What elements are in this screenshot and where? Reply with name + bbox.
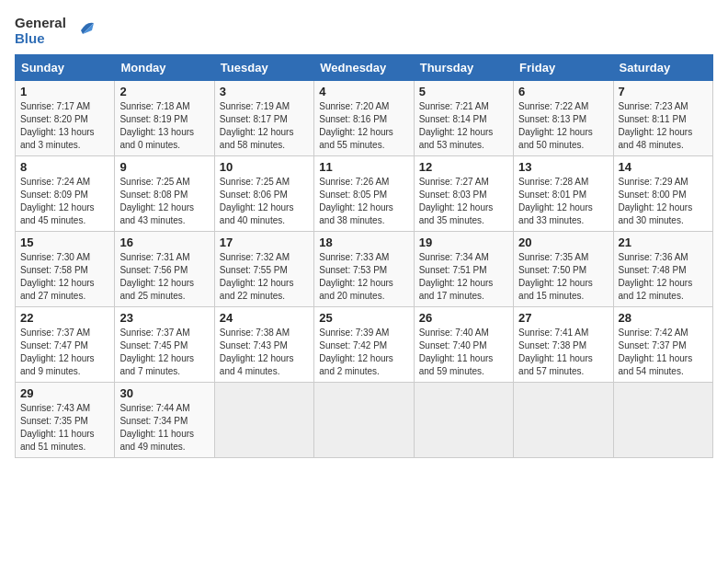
logo-general: General <box>15 15 66 30</box>
calendar-cell: 30Sunrise: 7:44 AMSunset: 7:34 PMDayligh… <box>115 382 214 457</box>
calendar-cell: 26Sunrise: 7:40 AMSunset: 7:40 PMDayligh… <box>414 306 513 382</box>
day-number: 13 <box>518 160 608 174</box>
day-detail: Sunrise: 7:29 AMSunset: 8:00 PMDaylight:… <box>619 176 708 227</box>
day-number: 27 <box>518 311 608 325</box>
calendar-cell: 19Sunrise: 7:34 AMSunset: 7:51 PMDayligh… <box>414 231 513 306</box>
col-header-tuesday: Tuesday <box>214 54 313 80</box>
day-detail: Sunrise: 7:26 AMSunset: 8:05 PMDaylight:… <box>319 176 408 227</box>
day-detail: Sunrise: 7:23 AMSunset: 8:11 PMDaylight:… <box>619 100 708 152</box>
day-number: 16 <box>119 236 209 249</box>
calendar-cell: 27Sunrise: 7:41 AMSunset: 7:38 PMDayligh… <box>514 306 613 382</box>
day-detail: Sunrise: 7:35 AMSunset: 7:50 PMDaylight:… <box>518 251 608 303</box>
day-number: 8 <box>20 160 109 174</box>
day-detail: Sunrise: 7:20 AMSunset: 8:16 PMDaylight:… <box>319 100 408 152</box>
calendar-cell <box>414 382 513 457</box>
day-detail: Sunrise: 7:27 AMSunset: 8:03 PMDaylight:… <box>419 176 508 227</box>
calendar-cell <box>613 382 712 457</box>
day-detail: Sunrise: 7:34 AMSunset: 7:51 PMDaylight:… <box>419 251 508 303</box>
day-detail: Sunrise: 7:40 AMSunset: 7:40 PMDaylight:… <box>419 327 508 378</box>
day-detail: Sunrise: 7:30 AMSunset: 7:58 PMDaylight:… <box>20 251 109 303</box>
day-number: 15 <box>20 236 109 249</box>
day-detail: Sunrise: 7:25 AMSunset: 8:08 PMDaylight:… <box>119 176 209 227</box>
day-detail: Sunrise: 7:42 AMSunset: 7:37 PMDaylight:… <box>619 327 708 378</box>
day-number: 7 <box>619 85 708 98</box>
day-number: 18 <box>319 236 408 249</box>
calendar-cell: 3Sunrise: 7:19 AMSunset: 8:17 PMDaylight… <box>214 80 313 155</box>
day-number: 20 <box>518 236 608 249</box>
day-detail: Sunrise: 7:32 AMSunset: 7:55 PMDaylight:… <box>220 251 309 303</box>
calendar-cell: 28Sunrise: 7:42 AMSunset: 7:37 PMDayligh… <box>613 306 712 382</box>
day-detail: Sunrise: 7:37 AMSunset: 7:47 PMDaylight:… <box>20 327 109 378</box>
day-number: 6 <box>518 85 608 98</box>
day-detail: Sunrise: 7:28 AMSunset: 8:01 PMDaylight:… <box>518 176 608 227</box>
col-header-saturday: Saturday <box>613 54 712 80</box>
calendar-cell: 11Sunrise: 7:26 AMSunset: 8:05 PMDayligh… <box>314 155 414 231</box>
calendar-cell: 9Sunrise: 7:25 AMSunset: 8:08 PMDaylight… <box>115 155 214 231</box>
calendar-cell: 15Sunrise: 7:30 AMSunset: 7:58 PMDayligh… <box>16 231 115 306</box>
day-number: 1 <box>20 85 109 98</box>
day-detail: Sunrise: 7:25 AMSunset: 8:06 PMDaylight:… <box>220 176 309 227</box>
day-number: 25 <box>319 311 408 325</box>
day-number: 26 <box>419 311 508 325</box>
calendar-cell: 23Sunrise: 7:37 AMSunset: 7:45 PMDayligh… <box>115 306 214 382</box>
day-detail: Sunrise: 7:24 AMSunset: 8:09 PMDaylight:… <box>20 176 109 227</box>
calendar-cell: 4Sunrise: 7:20 AMSunset: 8:16 PMDaylight… <box>314 80 414 155</box>
header: General Blue <box>15 15 713 47</box>
day-detail: Sunrise: 7:38 AMSunset: 7:43 PMDaylight:… <box>220 327 309 378</box>
day-number: 2 <box>119 85 209 98</box>
day-number: 4 <box>319 85 408 98</box>
calendar-cell: 17Sunrise: 7:32 AMSunset: 7:55 PMDayligh… <box>214 231 313 306</box>
day-detail: Sunrise: 7:18 AMSunset: 8:19 PMDaylight:… <box>119 100 209 152</box>
day-detail: Sunrise: 7:37 AMSunset: 7:45 PMDaylight:… <box>119 327 209 378</box>
col-header-thursday: Thursday <box>414 54 513 80</box>
calendar-cell: 16Sunrise: 7:31 AMSunset: 7:56 PMDayligh… <box>115 231 214 306</box>
logo-bird-icon <box>68 17 94 43</box>
day-detail: Sunrise: 7:21 AMSunset: 8:14 PMDaylight:… <box>419 100 508 152</box>
col-header-friday: Friday <box>514 54 613 80</box>
day-number: 29 <box>20 386 109 400</box>
day-number: 30 <box>119 386 209 400</box>
calendar-cell <box>514 382 613 457</box>
day-detail: Sunrise: 7:39 AMSunset: 7:42 PMDaylight:… <box>319 327 408 378</box>
calendar-cell: 21Sunrise: 7:36 AMSunset: 7:48 PMDayligh… <box>613 231 712 306</box>
calendar-cell: 1Sunrise: 7:17 AMSunset: 8:20 PMDaylight… <box>16 80 115 155</box>
col-header-wednesday: Wednesday <box>314 54 414 80</box>
calendar-cell: 20Sunrise: 7:35 AMSunset: 7:50 PMDayligh… <box>514 231 613 306</box>
day-number: 14 <box>619 160 708 174</box>
day-detail: Sunrise: 7:22 AMSunset: 8:13 PMDaylight:… <box>518 100 608 152</box>
day-number: 17 <box>220 236 309 249</box>
col-header-sunday: Sunday <box>16 54 115 80</box>
calendar-cell: 6Sunrise: 7:22 AMSunset: 8:13 PMDaylight… <box>514 80 613 155</box>
day-detail: Sunrise: 7:31 AMSunset: 7:56 PMDaylight:… <box>119 251 209 303</box>
day-number: 11 <box>319 160 408 174</box>
day-number: 28 <box>619 311 708 325</box>
logo-blue: Blue <box>15 30 66 46</box>
col-header-monday: Monday <box>115 54 214 80</box>
day-detail: Sunrise: 7:41 AMSunset: 7:38 PMDaylight:… <box>518 327 608 378</box>
calendar-cell: 7Sunrise: 7:23 AMSunset: 8:11 PMDaylight… <box>613 80 712 155</box>
calendar-cell: 22Sunrise: 7:37 AMSunset: 7:47 PMDayligh… <box>16 306 115 382</box>
calendar-cell: 8Sunrise: 7:24 AMSunset: 8:09 PMDaylight… <box>16 155 115 231</box>
day-detail: Sunrise: 7:19 AMSunset: 8:17 PMDaylight:… <box>220 100 309 152</box>
calendar-cell: 2Sunrise: 7:18 AMSunset: 8:19 PMDaylight… <box>115 80 214 155</box>
day-number: 19 <box>419 236 508 249</box>
calendar-cell: 10Sunrise: 7:25 AMSunset: 8:06 PMDayligh… <box>214 155 313 231</box>
day-detail: Sunrise: 7:43 AMSunset: 7:35 PMDaylight:… <box>20 402 109 454</box>
calendar-cell: 18Sunrise: 7:33 AMSunset: 7:53 PMDayligh… <box>314 231 414 306</box>
day-number: 9 <box>119 160 209 174</box>
day-detail: Sunrise: 7:17 AMSunset: 8:20 PMDaylight:… <box>20 100 109 152</box>
day-number: 12 <box>419 160 508 174</box>
calendar-cell: 24Sunrise: 7:38 AMSunset: 7:43 PMDayligh… <box>214 306 313 382</box>
logo: General Blue <box>15 15 94 47</box>
day-detail: Sunrise: 7:33 AMSunset: 7:53 PMDaylight:… <box>319 251 408 303</box>
day-number: 5 <box>419 85 508 98</box>
calendar-table: SundayMondayTuesdayWednesdayThursdayFrid… <box>15 54 713 458</box>
calendar-cell: 14Sunrise: 7:29 AMSunset: 8:00 PMDayligh… <box>613 155 712 231</box>
calendar-cell: 25Sunrise: 7:39 AMSunset: 7:42 PMDayligh… <box>314 306 414 382</box>
day-number: 3 <box>220 85 309 98</box>
day-number: 21 <box>619 236 708 249</box>
calendar-cell: 13Sunrise: 7:28 AMSunset: 8:01 PMDayligh… <box>514 155 613 231</box>
day-number: 23 <box>119 311 209 325</box>
calendar-cell: 12Sunrise: 7:27 AMSunset: 8:03 PMDayligh… <box>414 155 513 231</box>
calendar-cell <box>314 382 414 457</box>
